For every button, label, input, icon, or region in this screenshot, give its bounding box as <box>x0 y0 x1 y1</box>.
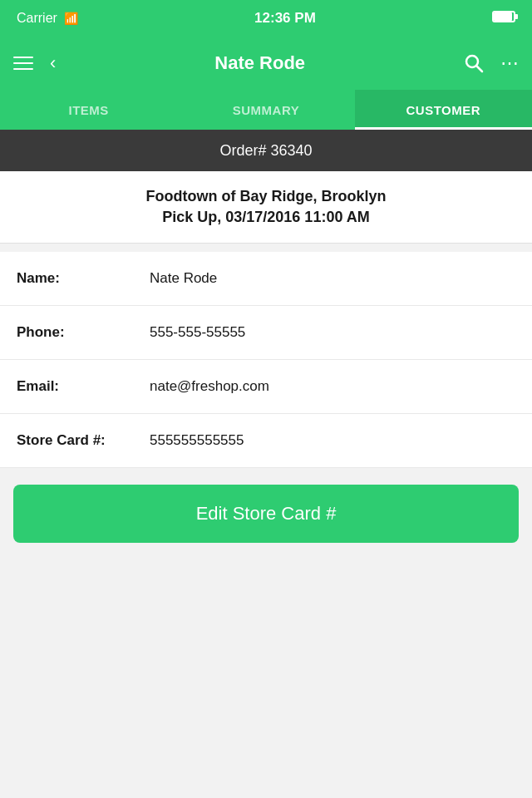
nav-title: Nate Rode <box>214 52 305 74</box>
store-card-value: 555555555555 <box>150 432 244 449</box>
nav-left: ‹ <box>13 52 56 74</box>
name-label: Name: <box>17 270 150 287</box>
nav-bar: ‹ Nate Rode ⋯ <box>0 37 532 90</box>
phone-label: Phone: <box>17 324 150 341</box>
battery-container <box>492 11 515 26</box>
tab-bar: ITEMS SUMMARY CUSTOMER <box>0 90 532 130</box>
hamburger-line-1 <box>13 57 33 58</box>
name-value: Nate Rode <box>150 270 217 287</box>
order-header: Order# 36340 <box>0 130 532 171</box>
edit-button-container: Edit Store Card # <box>0 468 532 559</box>
menu-button[interactable] <box>13 57 33 70</box>
name-row: Name: Nate Rode <box>0 252 532 306</box>
order-number: Order# 36340 <box>219 142 312 160</box>
phone-value: 555-555-55555 <box>150 324 245 341</box>
customer-section: Name: Nate Rode Phone: 555-555-55555 Ema… <box>0 252 532 468</box>
carrier-label: Carrier <box>17 11 57 26</box>
svg-line-1 <box>477 66 483 72</box>
search-button[interactable] <box>464 53 484 73</box>
hamburger-line-2 <box>13 62 33 64</box>
edit-store-card-button[interactable]: Edit Store Card # <box>13 485 519 543</box>
hamburger-line-3 <box>13 68 33 70</box>
status-bar-left: Carrier 📶 <box>17 11 78 26</box>
store-name: Foodtown of Bay Ridge, Brooklyn <box>13 188 519 205</box>
store-info: Foodtown of Bay Ridge, Brooklyn Pick Up,… <box>0 171 532 244</box>
store-card-row: Store Card #: 555555555555 <box>0 414 532 468</box>
store-card-label: Store Card #: <box>17 432 150 449</box>
battery-icon <box>492 11 515 22</box>
more-button[interactable]: ⋯ <box>500 52 519 74</box>
status-bar-time: 12:36 PM <box>254 10 316 27</box>
status-bar: Carrier 📶 12:36 PM <box>0 0 532 37</box>
back-button[interactable]: ‹ <box>50 52 56 74</box>
battery-fill <box>494 12 512 21</box>
email-value: nate@freshop.com <box>150 378 269 395</box>
tab-customer[interactable]: CUSTOMER <box>355 90 532 130</box>
tab-summary[interactable]: SUMMARY <box>177 90 354 130</box>
nav-right: ⋯ <box>464 52 519 74</box>
email-row: Email: nate@freshop.com <box>0 360 532 414</box>
phone-row: Phone: 555-555-55555 <box>0 306 532 360</box>
tab-items[interactable]: ITEMS <box>0 90 177 130</box>
wifi-icon: 📶 <box>64 12 78 25</box>
email-label: Email: <box>17 378 150 395</box>
pickup-time: Pick Up, 03/17/2016 11:00 AM <box>13 209 519 226</box>
